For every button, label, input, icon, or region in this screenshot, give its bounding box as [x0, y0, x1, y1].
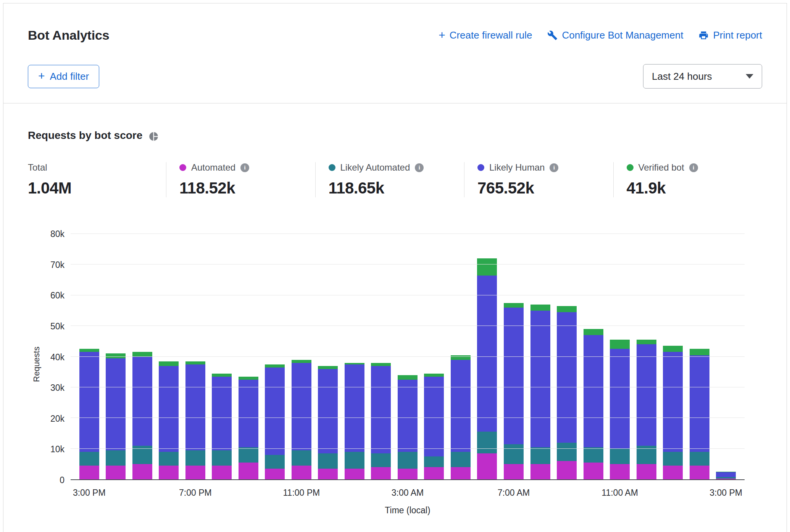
- stat-automated: Automated i 118.52k: [166, 162, 315, 197]
- bar[interactable]: [371, 234, 391, 479]
- bar-segment: [239, 463, 258, 479]
- bar-segment: [557, 312, 577, 443]
- bar-segment: [371, 453, 391, 467]
- bar-segment: [371, 363, 391, 366]
- bar[interactable]: 3:00 PM: [716, 234, 736, 479]
- x-tick-label: 7:00 PM: [179, 488, 212, 498]
- bar-segment: [398, 452, 418, 469]
- gridline: [71, 264, 745, 264]
- info-icon[interactable]: i: [689, 163, 698, 172]
- bar-segment: [610, 449, 630, 464]
- bar-segment: [663, 466, 683, 479]
- y-tick-label: 20k: [50, 413, 64, 424]
- bar-segment: [239, 380, 258, 447]
- create-firewall-rule-button[interactable]: + Create firewall rule: [439, 29, 532, 41]
- bar[interactable]: [318, 234, 338, 479]
- bar[interactable]: 11:00 PM: [292, 234, 311, 479]
- info-icon[interactable]: i: [240, 163, 249, 172]
- chevron-down-icon: [746, 74, 753, 79]
- y-tick-label: 10k: [50, 444, 64, 455]
- gridline: [71, 326, 745, 326]
- stat-verified-bot: Verified bot i 41.9k: [613, 162, 763, 197]
- bar-segment: [318, 453, 338, 469]
- bar[interactable]: [557, 234, 577, 479]
- requests-chart: Requests 3:00 PM7:00 PM11:00 PM3:00 AM7:…: [28, 234, 762, 516]
- bar-segment: [557, 306, 577, 312]
- bar[interactable]: [637, 234, 656, 479]
- bar-segment: [716, 479, 736, 479]
- bar-segment: [159, 361, 179, 366]
- create-firewall-rule-label: Create firewall rule: [450, 29, 532, 41]
- bar[interactable]: [265, 234, 285, 479]
- y-tick-label: 50k: [50, 321, 64, 331]
- plot-wrap: 3:00 PM7:00 PM11:00 PM3:00 AM7:00 AM11:0…: [71, 234, 745, 480]
- bar-segment: [318, 366, 338, 369]
- bar[interactable]: [530, 234, 550, 479]
- bar[interactable]: [132, 234, 152, 479]
- time-range-value: Last 24 hours: [652, 71, 712, 82]
- bar-segment: [424, 456, 444, 467]
- bar-segment: [106, 466, 126, 479]
- y-tick-label: 40k: [50, 352, 64, 362]
- bar[interactable]: [239, 234, 258, 479]
- bar-segment: [477, 276, 497, 432]
- bar-segment: [292, 363, 311, 450]
- bar-segment: [451, 355, 471, 360]
- gridline: [71, 295, 745, 295]
- gridline: [71, 448, 745, 449]
- bar-segment: [663, 346, 683, 352]
- configure-bot-management-label: Configure Bot Management: [562, 29, 683, 41]
- bar-segment: [265, 469, 285, 479]
- bar-segment: [106, 358, 126, 450]
- bar[interactable]: [212, 234, 232, 479]
- bar[interactable]: [584, 234, 603, 479]
- add-filter-button[interactable]: + Add filter: [28, 65, 99, 88]
- bar-segment: [504, 303, 524, 308]
- bar-segment: [451, 452, 471, 467]
- bar[interactable]: [159, 234, 179, 479]
- bar[interactable]: 3:00 AM: [398, 234, 418, 479]
- bar[interactable]: [424, 234, 444, 479]
- section-title: Requests by bot score: [28, 129, 142, 142]
- bar-segment: [371, 467, 391, 479]
- bot-analytics-card: Bot Analytics + Create firewall rule Con…: [3, 3, 787, 532]
- time-range-select[interactable]: Last 24 hours: [643, 64, 762, 89]
- bar-segment: [79, 352, 99, 451]
- bar[interactable]: [477, 234, 497, 479]
- bar-segment: [212, 377, 232, 450]
- bar[interactable]: [106, 234, 126, 479]
- bar-segment: [504, 444, 524, 464]
- bar-segment: [637, 464, 656, 479]
- bar[interactable]: 11:00 AM: [610, 234, 630, 479]
- bar-segment: [292, 360, 311, 363]
- stat-total-label: Total: [28, 162, 47, 173]
- info-icon[interactable]: i: [550, 163, 558, 172]
- bar[interactable]: [663, 234, 683, 479]
- y-tick-label: 80k: [50, 229, 64, 239]
- gridline: [71, 234, 745, 234]
- bar-segment: [663, 352, 683, 451]
- bar-segment: [292, 450, 311, 466]
- bar-segment: [185, 450, 205, 466]
- bar-segment: [159, 366, 179, 452]
- bar-segment: [637, 340, 656, 344]
- bar-segment: [265, 364, 285, 368]
- info-icon[interactable]: i: [415, 163, 424, 172]
- bar-segment: [584, 335, 603, 447]
- bar-segment: [690, 466, 709, 479]
- gridline: [71, 356, 745, 357]
- bar[interactable]: 7:00 PM: [185, 234, 205, 479]
- bar-segment: [557, 461, 577, 479]
- print-report-button[interactable]: Print report: [698, 29, 762, 41]
- bar-segment: [530, 305, 550, 311]
- bar-segment: [265, 368, 285, 455]
- bar[interactable]: [451, 234, 471, 479]
- bar[interactable]: [345, 234, 364, 479]
- bar-segment: [690, 349, 709, 355]
- bar[interactable]: 3:00 PM: [79, 234, 99, 479]
- bar[interactable]: 7:00 AM: [504, 234, 524, 479]
- bar-segment: [132, 464, 152, 479]
- bar[interactable]: [690, 234, 709, 479]
- configure-bot-management-button[interactable]: Configure Bot Management: [547, 29, 683, 41]
- stat-automated-value: 118.52k: [179, 179, 315, 197]
